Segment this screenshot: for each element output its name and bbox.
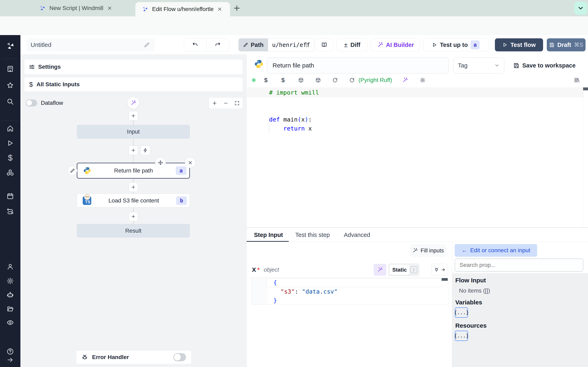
left-arrow-icon: ← [462,247,467,254]
add-step-button[interactable] [129,146,138,155]
sidebar-item-workspace[interactable] [0,65,20,73]
ai-fill-arg-button[interactable] [374,264,386,276]
sidebar-item-home[interactable] [0,125,20,132]
sidebar-item-workers[interactable] [0,291,20,299]
connect-input-shortcut[interactable] [432,264,448,276]
package-icon[interactable] [298,75,304,85]
draft-button[interactable]: Draft ⌘S [547,38,586,51]
dataflow-toggle[interactable] [26,100,37,106]
ai-assist-icon[interactable] [402,75,408,85]
lint-status-label[interactable]: (Pyright Ruff) [359,75,392,85]
assets-button[interactable]: $ [264,75,268,85]
browser-toolbar: app.windmill.dev/flows/edit/u/henri/effo… [0,16,588,35]
library-icon[interactable] [574,75,580,85]
tab-advanced[interactable]: Advanced [344,228,370,242]
flow-node-result[interactable]: Result [77,224,190,238]
tab-close-icon[interactable] [217,7,222,12]
add-step-button[interactable] [129,111,138,120]
browser-tab-new-script[interactable]: New Script | Windmill [33,0,129,16]
save-icon [549,42,554,48]
reload-deps-icon[interactable] [332,75,338,85]
tab-step-input[interactable]: Step Input [254,228,283,242]
undo-button[interactable] [184,39,207,51]
sidebar-collapse-icon[interactable] [0,356,20,363]
sidebar-item-favorites[interactable] [0,82,20,89]
browser-tab-edit-flow[interactable]: Edit Flow u/henri/effortless_fl [135,2,230,16]
flow-edge [133,120,134,125]
variables-button[interactable]: $ [281,75,285,85]
flow-node-step-a[interactable]: Return file path a [77,163,190,179]
tab-close-icon[interactable] [107,6,112,11]
arg-json-editor[interactable]: { "s3": "data.csv"} [251,278,448,305]
variables-expand-button[interactable]: {...} [455,308,468,318]
add-step-button[interactable] [129,183,138,192]
edit-or-connect-button[interactable]: ← Edit or connect an input [455,244,537,257]
docs-button[interactable] [315,38,333,51]
expression-option-icon[interactable]: ƒ [410,266,418,273]
diff-button[interactable]: ± Diff [337,38,368,51]
static-option[interactable]: Static [389,264,410,275]
code-editor[interactable]: # import wmill def main(x): return x [269,88,575,133]
add-trigger-button[interactable] [140,146,150,155]
plus-minus-icon: ± [344,41,348,49]
sidebar-item-settings[interactable] [0,277,20,285]
step-name-input[interactable] [267,58,449,73]
delete-step-button[interactable] [185,157,196,168]
sidebar-item-folders[interactable] [0,305,20,312]
app-sidebar: $ [0,35,20,367]
sidebar-item-users[interactable] [0,263,20,270]
save-to-workspace-button[interactable]: Save to workspace [513,60,576,71]
error-handler-toggle[interactable] [173,353,186,361]
sidebar-item-triggers[interactable] [0,208,20,215]
book-icon [321,42,327,48]
move-step-button[interactable] [155,157,166,168]
flow-node-step-b[interactable]: TS Load S3 file content b [77,194,190,208]
more-options-icon[interactable] [301,38,312,51]
lsp-status-dot [252,78,256,82]
test-up-to-button[interactable]: Test up to a [423,38,488,51]
error-handler-row[interactable]: Error Handler [76,350,191,364]
sidebar-item-search[interactable] [0,98,20,105]
browser-window: New Script | Windmill Edit Flow u/henri/… [0,0,588,367]
sidebar-item-runs[interactable] [0,140,20,147]
sidebar-item-resources[interactable] [0,169,20,176]
new-tab-button[interactable] [233,4,241,13]
fill-inputs-button[interactable]: Fill inputs [410,244,446,257]
reload-deps-icon[interactable] [349,75,355,85]
resources-expand-button[interactable]: {...} [455,331,468,341]
redo-button[interactable] [207,42,229,48]
zoom-out-icon[interactable] [223,100,228,106]
json-code[interactable]: { "s3": "data.csv"} [267,278,442,305]
sidebar-item-audit-logs[interactable] [0,319,20,326]
tab-search-button[interactable] [574,2,587,15]
wand-icon [377,42,383,48]
zoom-in-icon[interactable] [212,100,217,106]
windmill-favicon [39,5,46,12]
tab-test-this-step[interactable]: Test this step [295,228,330,242]
search-prop-input[interactable] [455,259,583,272]
flow-node-input[interactable]: Input [77,125,190,139]
json-scrollbar-handle[interactable] [442,278,448,281]
edit-step-button[interactable] [68,166,77,175]
editor-settings-icon[interactable] [420,75,425,85]
all-static-inputs-button[interactable]: $ All Static Inputs [24,77,243,92]
arg-type: object [264,267,279,273]
test-flow-button[interactable]: Test flow [495,38,543,51]
fit-view-icon[interactable] [234,100,240,106]
sidebar-item-variables[interactable]: $ [0,153,20,162]
ai-flow-wand-button[interactable] [127,97,139,109]
scrollbar-handle[interactable] [583,87,588,90]
package-icon[interactable] [315,75,321,85]
flow-settings-button[interactable]: Settings [24,59,243,75]
chevron-down-icon [577,5,584,12]
windmill-logo[interactable] [0,41,20,51]
sidebar-item-help[interactable] [0,348,20,355]
panel-splitter[interactable] [247,227,588,228]
tag-select[interactable]: Tag [453,58,504,73]
ai-builder-button[interactable]: AI Builder [371,38,420,51]
add-step-button[interactable] [129,212,138,221]
scrollbar-track [583,87,583,227]
close-icon [188,160,193,165]
sidebar-item-schedules[interactable] [0,192,20,200]
flow-name-field[interactable]: Untitled [26,38,154,51]
